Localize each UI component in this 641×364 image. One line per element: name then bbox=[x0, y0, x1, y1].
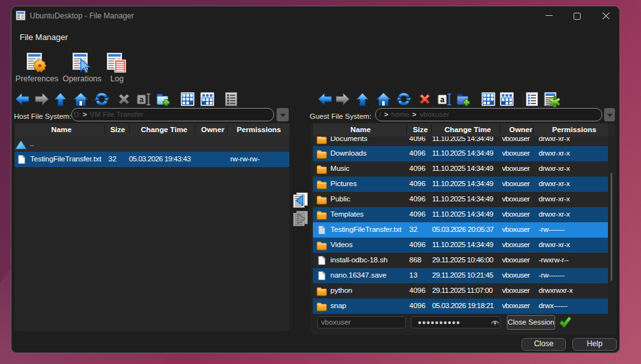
svg-text:a: a bbox=[139, 95, 144, 104]
svg-text:a: a bbox=[440, 95, 445, 104]
